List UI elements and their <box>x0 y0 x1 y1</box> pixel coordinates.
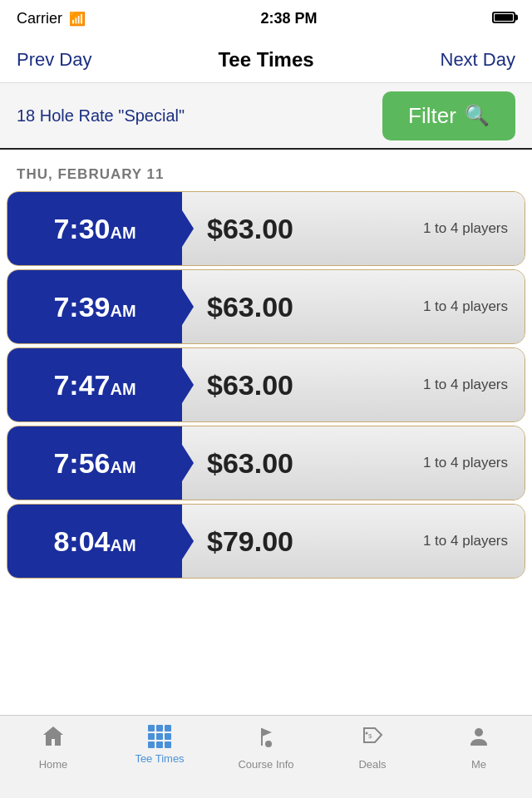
course-info-icon <box>254 724 278 755</box>
filter-label: 18 Hole Rate "Special" <box>17 106 366 126</box>
tee-time-row[interactable]: 7:56AM $63.00 1 to 4 players <box>7 426 525 500</box>
status-time: 2:38 PM <box>260 10 317 27</box>
status-bar: Carrier 📶 2:38 PM <box>0 0 532 37</box>
svg-point-5 <box>475 728 483 736</box>
tee-time-slot: 7:30AM <box>7 192 182 265</box>
tee-time-row[interactable]: 8:04AM $79.00 1 to 4 players <box>7 504 525 579</box>
tee-time-value: 7:39AM <box>53 291 135 323</box>
tee-time-players: 1 to 4 players <box>423 298 508 315</box>
svg-text:$: $ <box>368 732 372 740</box>
tee-time-details: $63.00 1 to 4 players <box>182 426 525 500</box>
tab-tee-times[interactable]: Tee Times <box>106 724 213 765</box>
deals-icon: $ <box>360 724 385 755</box>
tee-time-value: 7:30AM <box>53 213 135 245</box>
svg-point-2 <box>265 741 272 747</box>
tee-time-row[interactable]: 7:30AM $63.00 1 to 4 players <box>7 191 525 266</box>
tee-time-players: 1 to 4 players <box>423 533 508 549</box>
search-icon: 🔍 <box>465 104 490 127</box>
tab-deals-label: Deals <box>358 758 386 771</box>
me-icon <box>466 724 491 755</box>
carrier-label: Carrier <box>17 10 62 27</box>
home-icon <box>41 724 66 755</box>
tab-course-info[interactable]: Course Info <box>213 724 319 771</box>
filter-area: 18 Hole Rate "Special" Filter 🔍 <box>0 83 532 150</box>
tee-times-icon <box>147 724 172 749</box>
tee-time-slot: 7:56AM <box>7 426 182 500</box>
wifi-icon: 📶 <box>69 11 86 27</box>
tee-time-slot: 7:47AM <box>7 348 182 421</box>
tab-tee-times-label: Tee Times <box>135 752 184 765</box>
tab-me-label: Me <box>471 758 486 771</box>
prev-day-button[interactable]: Prev Day <box>17 49 91 71</box>
nav-bar: Prev Day Tee Times Next Day <box>0 37 532 83</box>
tab-course-info-label: Course Info <box>238 758 293 771</box>
tee-time-slot: 8:04AM <box>7 505 182 578</box>
tee-time-row[interactable]: 7:47AM $63.00 1 to 4 players <box>7 347 525 422</box>
tee-time-row[interactable]: 7:39AM $63.00 1 to 4 players <box>7 269 525 344</box>
tee-time-value: 7:47AM <box>53 369 135 401</box>
tee-time-price: $63.00 <box>207 291 293 323</box>
tee-time-price: $63.00 <box>207 447 293 480</box>
tee-time-players: 1 to 4 players <box>423 455 508 471</box>
tab-me[interactable]: Me <box>426 724 532 771</box>
tee-time-value: 8:04AM <box>53 525 135 558</box>
tab-home[interactable]: Home <box>0 724 106 771</box>
filter-button[interactable]: Filter 🔍 <box>382 91 515 140</box>
next-day-button[interactable]: Next Day <box>441 49 515 71</box>
tee-time-slot: 7:39AM <box>7 270 182 343</box>
filter-button-label: Filter <box>408 103 456 129</box>
tee-time-value: 7:56AM <box>53 447 135 480</box>
tee-time-players: 1 to 4 players <box>423 220 508 237</box>
tee-time-price: $79.00 <box>207 525 293 558</box>
tab-bar: Home Tee Times Course Info <box>0 715 532 798</box>
tee-time-details: $63.00 1 to 4 players <box>182 192 525 265</box>
tee-time-details: $63.00 1 to 4 players <box>182 348 525 421</box>
tee-time-players: 1 to 4 players <box>423 377 508 393</box>
tab-home-label: Home <box>39 758 68 771</box>
tee-time-list: 7:30AM $63.00 1 to 4 players 7:39AM $63.… <box>0 191 532 579</box>
nav-title: Tee Times <box>218 48 313 71</box>
tee-time-price: $63.00 <box>207 369 293 401</box>
battery-icon <box>492 12 515 23</box>
tee-time-details: $63.00 1 to 4 players <box>182 270 525 343</box>
svg-marker-1 <box>262 728 272 736</box>
date-header: THU, FEBRUARY 11 <box>0 150 532 191</box>
tee-time-price: $63.00 <box>207 213 293 245</box>
tab-deals[interactable]: $ Deals <box>319 724 426 771</box>
tee-time-details: $79.00 1 to 4 players <box>182 505 525 578</box>
